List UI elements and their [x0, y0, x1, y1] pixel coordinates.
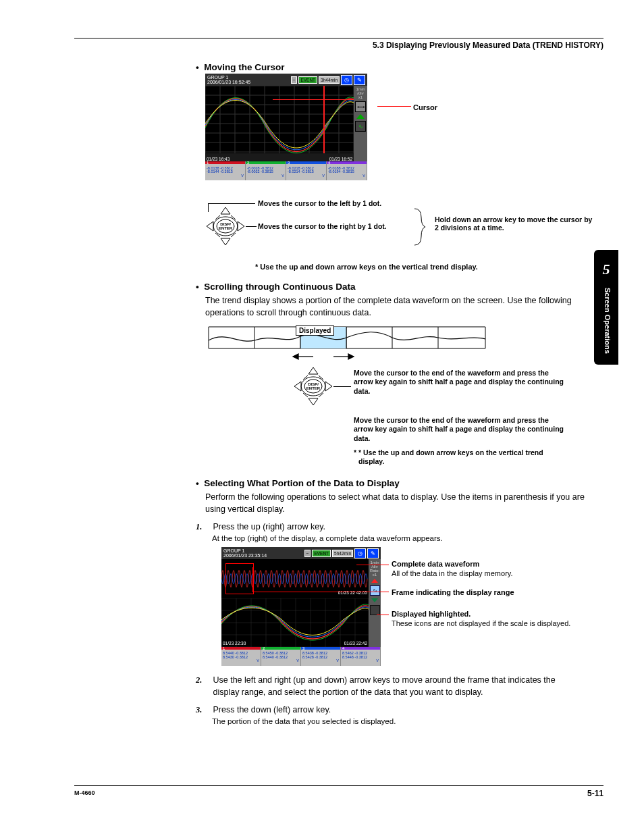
footer-right: 5-11: [587, 789, 603, 798]
brace-icon: [413, 207, 427, 246]
chapter-tab: 5 Screen Operations: [594, 250, 618, 365]
fig-moving-cursor: GROUP 1 2006/01/23 16:52:45 ~ EVENT 3h44…: [205, 74, 381, 202]
event-badge: EVENT: [312, 550, 331, 557]
wave-icon: ~: [304, 550, 311, 557]
scale-label-2: 1min/div: [369, 559, 381, 569]
cursor-callout: Cursor: [413, 103, 437, 111]
time-left: 01/23 16:43: [207, 157, 230, 161]
hilite-icon: ∿: [370, 585, 380, 596]
time-axis: 01/23 16:43 01/23 16:52: [205, 153, 354, 161]
step1-num: 1.: [196, 521, 211, 533]
shot2-time: 2006/01/23 23:35:14: [223, 553, 267, 558]
range-badge: 3h44min: [319, 76, 340, 84]
svg-marker-23: [207, 221, 213, 231]
zoom-time-left: 01/23 22:30: [223, 641, 246, 646]
scroll-figure: Displayed: [205, 324, 489, 363]
step-2: 2. Use the left and right (up and down) …: [196, 674, 587, 698]
shot-time: 2006/01/23 16:52:45: [207, 80, 250, 84]
dpad-label-bot: ENTER: [219, 226, 233, 230]
s2-text-b: Move the cursor to the end of the wavefo…: [354, 416, 570, 442]
step1-text: Press the up (right) arrow key.: [213, 522, 325, 531]
dpad-icon-2: DISP/ ENTER: [293, 366, 333, 407]
rate-label: Rate:x1: [369, 569, 381, 577]
step3-sub: The portion of the data that you selecte…: [212, 716, 587, 727]
range-badge: 5h42min: [332, 550, 353, 557]
callout-2: Frame indicating the display range: [392, 588, 567, 597]
svg-marker-47: [308, 367, 318, 374]
shot2-header: GROUP 1 2006/01/23 23:35:14 ~ EVENT 5h42…: [221, 547, 381, 559]
memo-icon: ✎: [367, 548, 379, 558]
section-header: 5.3 Displaying Previously Measured Data …: [373, 41, 603, 50]
icon-axis: ⟷: [355, 101, 366, 112]
svg-marker-24: [238, 221, 244, 231]
fig-select-portion: GROUP 1 2006/01/23 23:35:14 ~ EVENT 5h42…: [221, 547, 397, 669]
dpad2-row: DISP/ ENTER Move the cursor to the end o…: [293, 366, 587, 415]
step3-text: Press the down (left) arrow key.: [213, 705, 331, 714]
step-3: 3. Press the down (left) arrow key. The …: [196, 704, 587, 727]
svg-marker-22: [221, 238, 230, 245]
svg-marker-50: [325, 382, 332, 391]
time-right: 01/23 16:52: [329, 157, 352, 161]
footer: M-4660 5-11: [74, 785, 603, 796]
trend-chart-area: [205, 86, 354, 161]
down-tri-green-icon: [371, 598, 378, 602]
trend-sidebar: 1min/div x1 ⟷ ∿: [354, 86, 367, 161]
up-tri-icon: [356, 114, 365, 119]
callout-3: Displayed highlighted. These icons are n…: [392, 609, 574, 629]
dpad-right-text: Moves the cursor to the right by 1 dot.: [258, 222, 387, 230]
shot-group: GROUP 1: [207, 75, 228, 80]
wave-dark-icon: [370, 605, 380, 615]
lead-c1: [356, 565, 389, 565]
event-badge: EVENT: [298, 76, 317, 84]
lead-c2b: [252, 567, 253, 592]
shot2-event-icons: ~ EVENT 5h42min ◷ ✎: [304, 548, 379, 558]
clock-hist-icon: ◷: [341, 75, 352, 85]
svg-marker-49: [294, 382, 301, 391]
s3-body: Perform the following operations to sele…: [205, 491, 587, 515]
footer-left: M-4660: [74, 789, 95, 796]
step2-text: Use the left and right (up and down) arr…: [213, 674, 564, 698]
chapter-number: 5: [594, 261, 618, 278]
dpad-row: DISP/ ENTER Moves the cursor to the left…: [205, 206, 587, 259]
shot-header: GROUP 1 2006/01/23 16:52:45 ~ EVENT 3h44…: [205, 74, 367, 86]
zoom-time-right: 01/23 22:42: [344, 641, 367, 646]
dpad-left-text: Moves the cursor to the left by 1 dot.: [258, 199, 381, 207]
step3-num: 3.: [196, 704, 211, 716]
cursor-callout-lead: [377, 106, 411, 107]
range-frame: [225, 563, 254, 594]
svg-marker-21: [221, 207, 230, 214]
s1-note: * Use the up and down arrow keys on the …: [255, 263, 587, 271]
clock-hist-icon: ◷: [354, 548, 366, 558]
s2-title: • Scrolling through Continuous Data: [196, 282, 587, 292]
step2-num: 2.: [196, 674, 211, 686]
dpad-icon: DISP/ ENTER: [205, 206, 246, 246]
up-tri-red-icon: [371, 579, 378, 583]
cursor-line: [273, 99, 367, 100]
chapter-label: Screen Operations: [601, 288, 612, 362]
memo-icon: ✎: [354, 75, 365, 85]
callout-1: Complete data waveform All of the data i…: [392, 559, 567, 579]
svg-marker-46: [348, 354, 354, 359]
s1-title: • Moving the Cursor: [196, 62, 587, 72]
svg-marker-44: [293, 354, 298, 359]
value-footer-2: 18.5440 -0.38128.5430 -0.3812V 28.5450 -…: [221, 647, 381, 666]
zoom-strip: [221, 598, 369, 647]
lead-c2a: [252, 592, 389, 592]
svg-text:ENTER: ENTER: [306, 386, 321, 390]
icon-wave: ∿: [355, 121, 366, 132]
step1-sub: At the top (right) of the display, a com…: [212, 533, 587, 544]
lead-c3: [377, 615, 389, 615]
svg-marker-48: [308, 398, 318, 405]
lead-left-h: [208, 203, 255, 204]
trend-screenshot: GROUP 1 2006/01/23 16:52:45 ~ EVENT 3h44…: [205, 74, 367, 180]
x-label: x1: [354, 95, 367, 99]
scale-label: 1min/div: [354, 86, 367, 95]
trend-sidebar-2: 1min/div Rate:x1 ∿: [369, 559, 381, 647]
s2-body: The trend display shows a portion of the…: [205, 294, 587, 319]
top-rule: [74, 38, 603, 38]
shot2-group: GROUP 1: [223, 548, 244, 553]
s2-text-c: * * Use the up and down arrow keys on th…: [354, 448, 576, 466]
wave-icon: ~: [291, 76, 298, 84]
dpad2-lead-right: [333, 386, 351, 387]
value-footer: 1-8.0138 -0.3812-8.0144 -0.3815V 2-8.002…: [205, 161, 367, 180]
